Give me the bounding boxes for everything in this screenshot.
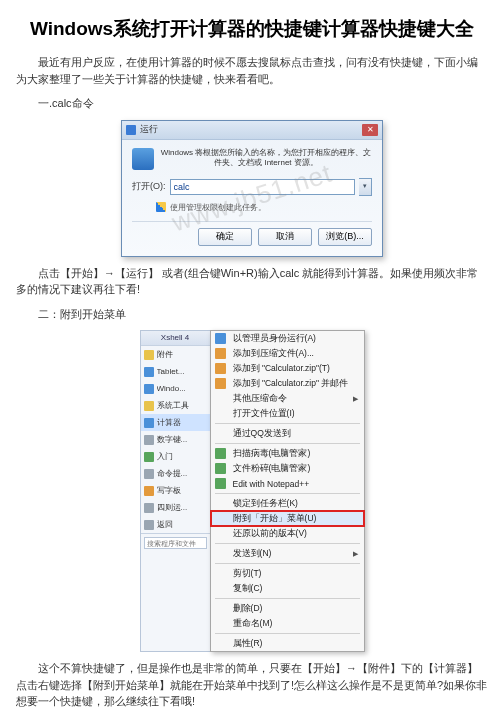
menu-item[interactable]: 属性(R)	[211, 636, 364, 651]
menu-item[interactable]: 附到「开始」菜单(U)	[211, 511, 364, 526]
run-titlebar: 运行 ✕	[122, 121, 382, 140]
menu-item-icon	[215, 463, 226, 474]
cancel-button[interactable]: 取消	[258, 228, 312, 246]
menu-separator	[215, 493, 360, 494]
menu-item[interactable]: 还原以前的版本(V)	[211, 526, 364, 541]
section-2-label: 二：附到开始菜单	[16, 306, 488, 323]
intro-paragraph: 最近有用户反应，在使用计算器的时候不愿去搜鼠标点击查找，问有没有快捷键，下面小编…	[16, 54, 488, 87]
item-icon	[144, 486, 154, 496]
menu-item[interactable]: 添加到压缩文件(A)...	[211, 346, 364, 361]
search-input[interactable]	[144, 537, 207, 549]
menu-item-icon	[215, 333, 226, 344]
run-title-text: 运行	[140, 123, 158, 136]
paragraph-1: 点击【开始】→【运行】 或者(组合键Win+R)输入calc 就能得到计算器。如…	[16, 265, 488, 298]
item-icon	[144, 452, 154, 462]
start-item[interactable]: 写字板	[141, 482, 210, 499]
menu-item[interactable]: 添加到 "Calculator.zip" 并邮件	[211, 376, 364, 391]
menu-item[interactable]: 复制(C)	[211, 581, 364, 596]
dropdown-icon[interactable]: ▾	[359, 178, 372, 196]
menu-item[interactable]: 添加到 "Calculator.zip"(T)	[211, 361, 364, 376]
menu-item[interactable]: 通过QQ发送到	[211, 426, 364, 441]
item-icon	[144, 401, 154, 411]
run-dialog: 运行 ✕ www.jb51.net Windows 将根据您所输入的名称，为您打…	[121, 120, 383, 257]
back-icon	[144, 520, 154, 530]
run-title-icon	[126, 125, 136, 135]
item-icon	[144, 435, 154, 445]
menu-item-icon	[215, 478, 226, 489]
menu-item-icon	[215, 378, 226, 389]
context-menu-figure: Xshell 4 附件Tablet...Windo...系统工具计算器数字键..…	[16, 330, 488, 652]
start-item[interactable]: 附件	[141, 346, 210, 363]
menu-item[interactable]: 锁定到任务栏(K)	[211, 496, 364, 511]
paragraph-2: 这个不算快捷键了，但是操作也是非常的简单，只要在【开始】→【附件】下的【计算器】…	[16, 660, 488, 710]
item-icon	[144, 350, 154, 360]
run-app-icon	[132, 148, 154, 170]
menu-item[interactable]: Edit with Notepad++	[211, 476, 364, 491]
menu-separator	[215, 423, 360, 424]
admin-note: 使用管理权限创建此任务。	[156, 202, 372, 213]
menu-item-icon	[215, 348, 226, 359]
menu-separator	[215, 443, 360, 444]
menu-item[interactable]: 打开文件位置(I)	[211, 406, 364, 421]
menu-item-icon	[215, 363, 226, 374]
start-item[interactable]: 命令提...	[141, 465, 210, 482]
menu-item-icon	[215, 448, 226, 459]
submenu-arrow-icon: ▶	[353, 395, 358, 403]
menu-item[interactable]: 删除(D)	[211, 601, 364, 616]
run-input[interactable]	[170, 179, 356, 195]
menu-item[interactable]: 发送到(N)▶	[211, 546, 364, 561]
open-label: 打开(O):	[132, 180, 166, 193]
ok-button[interactable]: 确定	[198, 228, 252, 246]
item-icon	[144, 503, 154, 513]
menu-item[interactable]: 重命名(M)	[211, 616, 364, 631]
menu-separator	[215, 543, 360, 544]
run-description: Windows 将根据您所输入的名称，为您打开相应的程序、文件夹、文档或 Int…	[160, 148, 372, 170]
menu-item[interactable]: 扫描病毒(电脑管家)	[211, 446, 364, 461]
menu-item[interactable]: 以管理员身份运行(A)	[211, 331, 364, 346]
page-title: Windows系统打开计算器的快捷键计算器快捷键大全	[16, 16, 488, 42]
start-item[interactable]: Windo...	[141, 380, 210, 397]
shield-icon	[156, 202, 166, 212]
item-icon	[144, 418, 154, 428]
start-item[interactable]: 计算器	[141, 414, 210, 431]
item-icon	[144, 367, 154, 377]
start-item[interactable]: 入门	[141, 448, 210, 465]
section-1-label: 一.calc命令	[16, 95, 488, 112]
back-row[interactable]: 返回	[141, 516, 210, 533]
start-item[interactable]: 数字键...	[141, 431, 210, 448]
start-item[interactable]: 系统工具	[141, 397, 210, 414]
menu-separator	[215, 563, 360, 564]
start-menu-panel: Xshell 4 附件Tablet...Windo...系统工具计算器数字键..…	[140, 330, 210, 652]
start-item[interactable]: Tablet...	[141, 363, 210, 380]
menu-item[interactable]: 文件粉碎(电脑管家)	[211, 461, 364, 476]
menu-separator	[215, 598, 360, 599]
run-dialog-figure: 运行 ✕ www.jb51.net Windows 将根据您所输入的名称，为您打…	[16, 120, 488, 257]
menu-separator	[215, 633, 360, 634]
menu-item[interactable]: 剪切(T)	[211, 566, 364, 581]
item-icon	[144, 384, 154, 394]
item-icon	[144, 469, 154, 479]
browse-button[interactable]: 浏览(B)...	[318, 228, 372, 246]
menu-item[interactable]: 其他压缩命令▶	[211, 391, 364, 406]
start-header: Xshell 4	[141, 331, 210, 346]
submenu-arrow-icon: ▶	[353, 550, 358, 558]
close-icon[interactable]: ✕	[362, 124, 378, 136]
start-item[interactable]: 四则运...	[141, 499, 210, 516]
context-menu: 以管理员身份运行(A)添加到压缩文件(A)...添加到 "Calculator.…	[210, 330, 365, 652]
